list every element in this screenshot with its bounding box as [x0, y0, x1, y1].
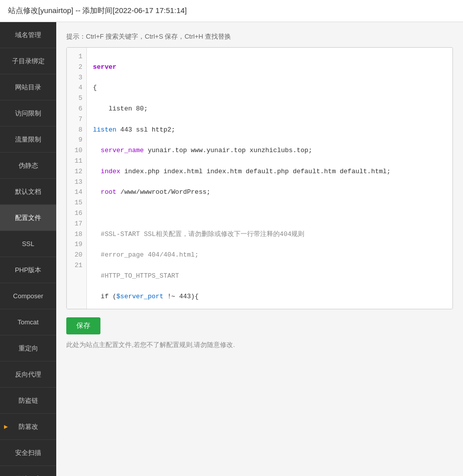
save-button[interactable]: 保存 [66, 317, 100, 334]
line-numbers: 1 2 3 4 5 6 7 8 9 10 11 12 13 14 15 16 1 [67, 48, 87, 309]
hint-bar: 提示：Ctrl+F 搜索关键字，Ctrl+S 保存，Ctrl+H 查找替换 [66, 32, 453, 41]
footer-note: 此处为站点主配置文件,若您不了解配置规则,请勿随意修改. [66, 340, 453, 349]
sidebar-item-ssl[interactable]: SSL [0, 231, 56, 257]
sidebar-item-伪静态[interactable]: 伪静态 [0, 153, 56, 179]
sidebar-item-域名管理[interactable]: 域名管理 [0, 22, 56, 48]
sidebar-item-网站日志[interactable]: 网站日志 [0, 466, 56, 476]
main-content: 提示：Ctrl+F 搜索关键字，Ctrl+S 保存，Ctrl+H 查找替换 1 … [56, 22, 463, 476]
main-layout: 域名管理 子目录绑定 网站目录 访问限制 流量限制 伪静态 默认文档 配置文件 … [0, 22, 463, 476]
sidebar-item-流量限制[interactable]: 流量限制 [0, 127, 56, 153]
sidebar-item-默认文档[interactable]: 默认文档 [0, 179, 56, 205]
sidebar-item-网站目录[interactable]: 网站目录 [0, 74, 56, 100]
sidebar-item-配置文件[interactable]: 配置文件 [0, 205, 56, 231]
sidebar-item-防篡改[interactable]: 防篡改 [0, 414, 56, 440]
sidebar-item-tomcat[interactable]: Tomcat [0, 309, 56, 335]
editor-container: 1 2 3 4 5 6 7 8 9 10 11 12 13 14 15 16 1 [66, 47, 453, 309]
sidebar: 域名管理 子目录绑定 网站目录 访问限制 流量限制 伪静态 默认文档 配置文件 … [0, 22, 56, 476]
sidebar-item-composer[interactable]: Composer [0, 283, 56, 309]
sidebar-item-防盗链[interactable]: 防盗链 [0, 388, 56, 414]
sidebar-item-子目录绑定[interactable]: 子目录绑定 [0, 48, 56, 74]
sidebar-item-反向代理[interactable]: 反向代理 [0, 362, 56, 388]
code-editor[interactable]: 1 2 3 4 5 6 7 8 9 10 11 12 13 14 15 16 1 [67, 48, 452, 309]
sidebar-item-php版本[interactable]: PHP版本 [0, 257, 56, 283]
page-title: 站点修改[yunairtop] -- 添加时间[2022-06-17 17:51… [0, 0, 463, 22]
code-content[interactable]: server { listen 80; listen 443 ssl http2… [87, 48, 452, 309]
sidebar-item-重定向[interactable]: 重定向 [0, 335, 56, 362]
sidebar-item-访问限制[interactable]: 访问限制 [0, 100, 56, 127]
sidebar-item-安全扫描[interactable]: 安全扫描 [0, 440, 56, 466]
